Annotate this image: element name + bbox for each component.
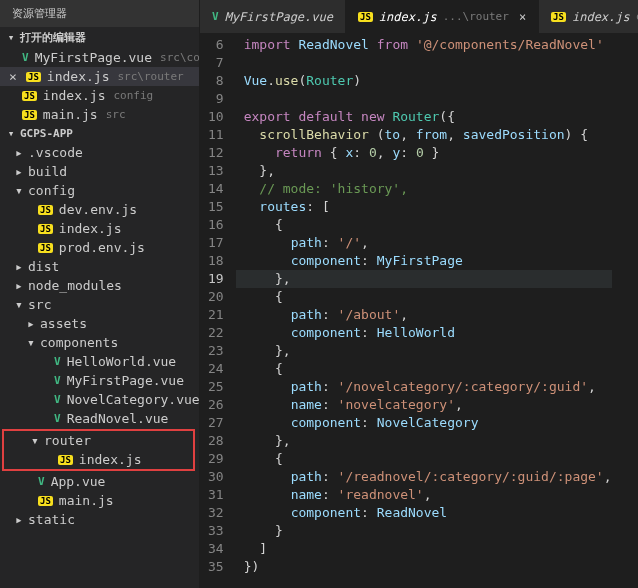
editor-pane: V MyFirstPage.vue JS index.js ...\router…	[200, 0, 638, 588]
open-editor-item[interactable]: × JS index.js src\router	[0, 67, 199, 86]
file-tree: ▸.vscode ▸build ▾config JSdev.env.js JSi…	[0, 143, 199, 529]
folder-node-modules[interactable]: ▸node_modules	[0, 276, 199, 295]
chevron-right-icon: ▸	[14, 278, 24, 293]
open-editors-header[interactable]: ▾ 打开的编辑器	[0, 27, 199, 48]
js-icon: JS	[38, 205, 53, 215]
js-icon: JS	[38, 243, 53, 253]
js-icon: JS	[22, 110, 37, 120]
folder-static[interactable]: ▸static	[0, 510, 199, 529]
open-editor-item[interactable]: JS main.js src	[0, 105, 199, 124]
file-item[interactable]: JSdev.env.js	[0, 200, 199, 219]
file-item[interactable]: JSindex.js	[0, 219, 199, 238]
folder-dist[interactable]: ▸dist	[0, 257, 199, 276]
folder-router[interactable]: ▾router	[4, 431, 193, 450]
vue-icon: V	[54, 393, 61, 406]
js-icon: JS	[26, 72, 41, 82]
highlight-annotation: ▾router JSindex.js	[2, 429, 195, 471]
open-editors-label: 打开的编辑器	[20, 30, 86, 45]
explorer-title[interactable]: 资源管理器	[0, 0, 199, 27]
vue-icon: V	[212, 10, 219, 23]
file-item[interactable]: VReadNovel.vue	[0, 409, 199, 428]
chevron-right-icon: ▸	[26, 316, 36, 331]
chevron-down-icon: ▾	[14, 183, 24, 198]
chevron-right-icon: ▸	[14, 145, 24, 160]
file-item[interactable]: JSprod.env.js	[0, 238, 199, 257]
folder-config[interactable]: ▾config	[0, 181, 199, 200]
editor-tab[interactable]: V MyFirstPage.vue	[200, 0, 346, 33]
js-icon: JS	[358, 12, 373, 22]
folder-vscode[interactable]: ▸.vscode	[0, 143, 199, 162]
chevron-right-icon: ▸	[14, 259, 24, 274]
chevron-right-icon: ▸	[14, 512, 24, 527]
editor-tabs: V MyFirstPage.vue JS index.js ...\router…	[200, 0, 638, 33]
file-item[interactable]: JSindex.js	[4, 450, 193, 469]
folder-assets[interactable]: ▸assets	[0, 314, 199, 333]
project-name: GCPS-APP	[20, 127, 73, 140]
vue-icon: V	[54, 374, 61, 387]
file-item[interactable]: JSmain.js	[0, 491, 199, 510]
vue-icon: V	[54, 355, 61, 368]
file-item[interactable]: VHelloWorld.vue	[0, 352, 199, 371]
file-item[interactable]: VMyFirstPage.vue	[0, 371, 199, 390]
code-editor[interactable]: 6789101112131415161718192021222324252627…	[200, 33, 638, 588]
open-editors-list: V MyFirstPage.vue src\co... × JS index.j…	[0, 48, 199, 124]
editor-tab[interactable]: JS index.js config	[539, 0, 638, 33]
folder-src[interactable]: ▾src	[0, 295, 199, 314]
open-editor-item[interactable]: V MyFirstPage.vue src\co...	[0, 48, 199, 67]
editor-tab[interactable]: JS index.js ...\router ×	[346, 0, 539, 33]
project-header[interactable]: ▾ GCPS-APP	[0, 124, 199, 143]
vue-icon: V	[38, 475, 45, 488]
code-content[interactable]: import ReadNovel from '@/components/Read…	[236, 33, 612, 588]
file-item[interactable]: VApp.vue	[0, 472, 199, 491]
chevron-down-icon: ▾	[6, 31, 16, 44]
open-editor-item[interactable]: JS index.js config	[0, 86, 199, 105]
line-gutter: 6789101112131415161718192021222324252627…	[200, 33, 236, 588]
close-icon[interactable]: ×	[519, 10, 526, 24]
vue-icon: V	[54, 412, 61, 425]
vue-icon: V	[22, 51, 29, 64]
chevron-down-icon: ▾	[26, 335, 36, 350]
folder-components[interactable]: ▾components	[0, 333, 199, 352]
js-icon: JS	[58, 455, 73, 465]
explorer-sidebar: 资源管理器 ▾ 打开的编辑器 V MyFirstPage.vue src\co.…	[0, 0, 200, 588]
file-item[interactable]: VNovelCategory.vue	[0, 390, 199, 409]
js-icon: JS	[22, 91, 37, 101]
close-icon[interactable]: ×	[6, 69, 20, 84]
chevron-down-icon: ▾	[30, 433, 40, 448]
chevron-right-icon: ▸	[14, 164, 24, 179]
chevron-down-icon: ▾	[14, 297, 24, 312]
chevron-down-icon: ▾	[6, 127, 16, 140]
js-icon: JS	[38, 496, 53, 506]
js-icon: JS	[551, 12, 566, 22]
js-icon: JS	[38, 224, 53, 234]
folder-build[interactable]: ▸build	[0, 162, 199, 181]
